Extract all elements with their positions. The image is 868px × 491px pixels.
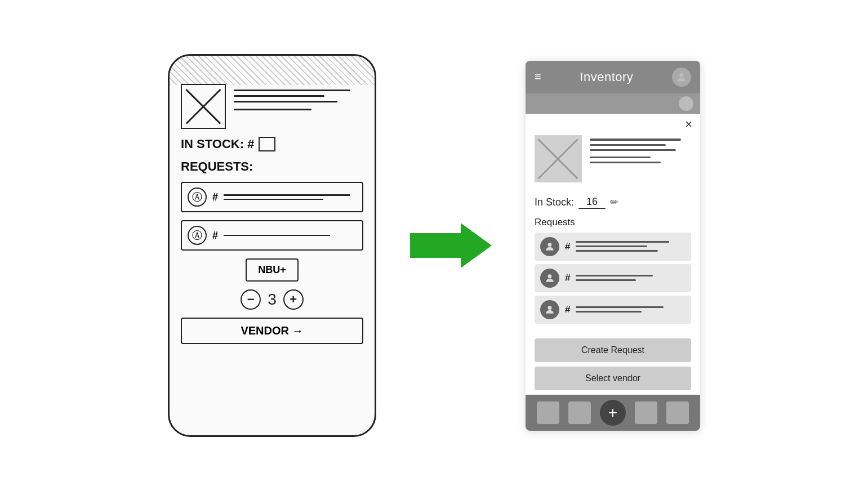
nav-tab-4[interactable] — [666, 401, 689, 424]
product-line-2 — [590, 144, 666, 146]
phone-sub-header — [526, 93, 700, 114]
request-item-3[interactable]: # — [535, 296, 691, 324]
req-lines-2 — [576, 275, 686, 282]
sketch-image-box — [181, 84, 226, 129]
in-stock-row: In Stock: ✏ — [526, 191, 700, 217]
product-line-3 — [590, 149, 676, 151]
sketch-row-line-2a — [224, 235, 330, 236]
phone-content: × In Stock: ✏ — [526, 114, 700, 395]
close-button[interactable]: × — [685, 118, 692, 131]
product-line-4 — [590, 157, 651, 158]
arrow-body — [410, 233, 461, 258]
sketch-line-2 — [234, 95, 324, 97]
select-vendor-button[interactable]: Select vendor — [535, 367, 691, 390]
sketch-line-1 — [234, 90, 350, 91]
req-line-1c — [576, 250, 658, 252]
request-item-2[interactable]: # — [535, 264, 691, 292]
req-hash-1: # — [565, 241, 570, 252]
sketch-decrement-button[interactable]: − — [241, 289, 261, 310]
sketch-counter-row: − 3 + — [181, 289, 363, 310]
in-stock-label: In Stock: — [535, 197, 574, 208]
req-hash-2: # — [565, 273, 570, 284]
close-row: × — [526, 114, 700, 133]
req-lines-3 — [576, 306, 686, 313]
sketch-next-button[interactable]: NBU+ — [246, 258, 299, 282]
arrow-head — [461, 223, 492, 268]
sketch-line-4 — [234, 109, 311, 110]
req-hash-3: # — [565, 304, 570, 315]
arrow-shape — [410, 223, 492, 268]
req-line-1b — [576, 246, 647, 247]
action-buttons: Create Request Select vendor — [526, 334, 700, 395]
nav-tab-add[interactable]: + — [600, 400, 626, 426]
req-lines-1 — [576, 241, 686, 252]
bottom-nav: + — [526, 395, 700, 431]
sub-header-icon — [679, 96, 693, 111]
add-icon: + — [608, 405, 617, 421]
sketch-phone: IN STOCK: # REQUESTS: Ⓐ # Ⓐ # — [168, 54, 376, 437]
sketch-counter-value: 3 — [268, 291, 277, 309]
sketch-request-row-1: Ⓐ # — [181, 182, 363, 212]
sketch-requests-label: REQUESTS: — [181, 159, 363, 174]
nav-tab-2[interactable] — [568, 401, 591, 424]
req-avatar-2 — [540, 269, 559, 288]
svg-point-3 — [548, 306, 552, 310]
svg-point-0 — [679, 73, 683, 77]
phone-header: ≡ Inventory — [526, 61, 700, 93]
sketch-row-line-1a — [224, 194, 350, 196]
phone-mockup: ≡ Inventory × — [526, 61, 700, 431]
req-line-3b — [576, 311, 642, 313]
req-line-2a — [576, 275, 652, 277]
main-container: IN STOCK: # REQUESTS: Ⓐ # Ⓐ # — [0, 0, 868, 491]
sketch-in-stock-label: IN STOCK: # — [181, 137, 363, 151]
sketch-avatar-1: Ⓐ — [188, 188, 207, 207]
req-line-3a — [576, 306, 664, 309]
page-title: Inventory — [580, 70, 633, 84]
req-line-1a — [576, 241, 669, 243]
sketch-row-lines-1 — [224, 194, 357, 200]
avatar[interactable] — [672, 68, 691, 87]
req-line-2b — [576, 279, 636, 281]
requests-section: Requests # — [526, 217, 700, 334]
sketch-line-3 — [234, 101, 337, 102]
product-info — [526, 133, 700, 191]
product-text-lines — [590, 135, 691, 163]
in-stock-input[interactable] — [578, 196, 606, 209]
arrow-container — [410, 223, 492, 268]
sketch-row-line-1b — [224, 199, 323, 200]
product-image — [535, 135, 582, 182]
sketch-stock-box — [259, 137, 275, 151]
sketch-row-lines-2 — [224, 235, 357, 236]
product-line-5 — [590, 162, 661, 163]
edit-icon[interactable]: ✏ — [610, 196, 618, 208]
sketch-side: IN STOCK: # REQUESTS: Ⓐ # Ⓐ # — [168, 54, 376, 437]
req-avatar-3 — [540, 300, 559, 319]
req-avatar-1 — [540, 237, 559, 256]
sketch-top-row — [181, 84, 363, 129]
nav-tab-3[interactable] — [635, 401, 657, 424]
svg-point-1 — [548, 243, 552, 247]
product-line-1 — [590, 139, 681, 141]
requests-label: Requests — [535, 217, 691, 228]
sketch-avatar-2: Ⓐ — [188, 226, 207, 245]
svg-point-2 — [548, 274, 552, 278]
sketch-vendor-button[interactable]: VENDOR → — [181, 318, 363, 344]
sketch-increment-button[interactable]: + — [283, 289, 304, 310]
request-item-1[interactable]: # — [535, 233, 691, 261]
create-request-button[interactable]: Create Request — [535, 338, 691, 362]
sketch-lines — [234, 84, 363, 110]
nav-tab-1[interactable] — [537, 401, 559, 424]
sketch-request-row-2: Ⓐ # — [181, 220, 363, 251]
hamburger-icon[interactable]: ≡ — [535, 70, 541, 83]
